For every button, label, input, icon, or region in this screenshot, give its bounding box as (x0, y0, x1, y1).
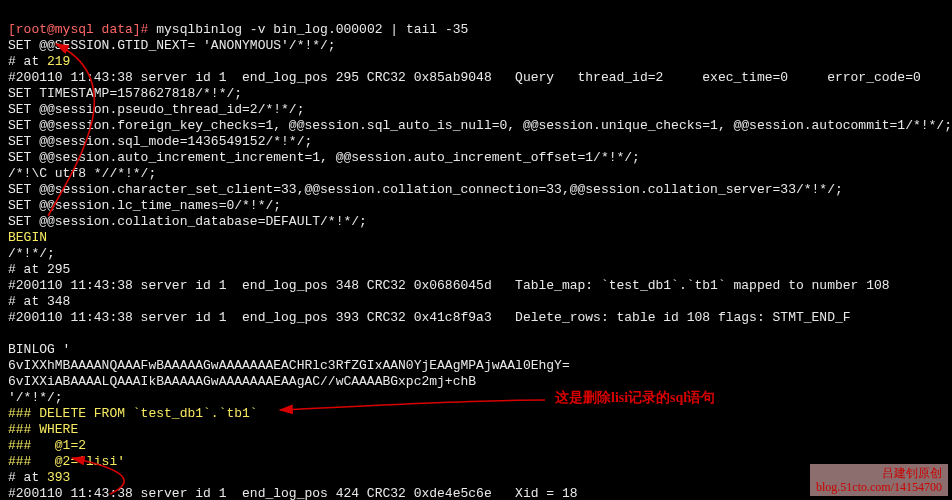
log-line: /*!\C utf8 *//*!*/; (8, 166, 156, 181)
log-line: #200110 11:43:38 server id 1 end_log_pos… (8, 278, 890, 293)
shell-command[interactable]: mysqlbinlog -v bin_log.000002 | tail -35 (156, 22, 468, 37)
log-line: # at (8, 54, 47, 69)
terminal-output: [root@mysql data]# mysqlbinlog -v bin_lo… (0, 0, 952, 500)
log-line: BINLOG ' (8, 342, 70, 357)
log-line: # at 295 (8, 262, 70, 277)
log-pos-393: 393 (47, 470, 70, 485)
log-line: SET @@session.sql_mode=1436549152/*!*/; (8, 134, 312, 149)
log-line: SET @@session.pseudo_thread_id=2/*!*/; (8, 102, 304, 117)
sql-cond-1: ### @1=2 (8, 438, 86, 453)
annotation-text: 这是删除lisi记录的sql语句 (555, 390, 715, 406)
log-line: SET TIMESTAMP=1578627818/*!*/; (8, 86, 242, 101)
log-begin: BEGIN (8, 230, 47, 245)
log-line: #200110 11:43:38 server id 1 end_log_pos… (8, 310, 851, 325)
log-line: #200110 11:43:38 server id 1 end_log_pos… (8, 70, 921, 85)
log-line: SET @@session.lc_time_names=0/*!*/; (8, 198, 281, 213)
log-line: SET @@session.collation_database=DEFAULT… (8, 214, 367, 229)
log-line: # at 348 (8, 294, 70, 309)
shell-prompt: [root@mysql data]# (8, 22, 148, 37)
log-line: 6vIXXhMBAAAANQAAAFwBAAAAAGwAAAAAAAEACHRl… (8, 358, 570, 373)
log-line: SET @@session.foreign_key_checks=1, @@se… (8, 118, 952, 133)
log-line: SET @@session.character_set_client=33,@@… (8, 182, 843, 197)
watermark: 吕建钊原创 blog.51cto.com/14154700 (810, 464, 948, 496)
log-line: /*!*/; (8, 246, 55, 261)
watermark-url: blog.51cto.com/14154700 (816, 480, 942, 494)
log-line: # at (8, 470, 47, 485)
sql-delete: ### DELETE FROM `test_db1`.`tb1` (8, 406, 258, 421)
log-pos-219: 219 (47, 54, 70, 69)
sql-where: ### WHERE (8, 422, 78, 437)
log-line: SET @@SESSION.GTID_NEXT= 'ANONYMOUS'/*!*… (8, 38, 336, 53)
watermark-author: 吕建钊原创 (816, 466, 942, 480)
log-line: SET @@session.auto_increment_increment=1… (8, 150, 640, 165)
log-line: '/*!*/; (8, 390, 63, 405)
sql-cond-2: ### @2='lisi' (8, 454, 125, 469)
log-line: 6vIXXiABAAAALQAAAIkBAAAAAGwAAAAAAAEAAgAC… (8, 374, 476, 389)
log-line: #200110 11:43:38 server id 1 end_log_pos… (8, 486, 578, 500)
